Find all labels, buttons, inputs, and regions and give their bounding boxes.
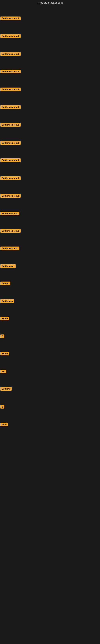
bottleneck-badge-11: Bottleneck result — [0, 194, 21, 198]
bottleneck-badge-14: Bottleneck resu — [0, 246, 19, 250]
bottleneck-badge-8: Bottleneck result — [0, 141, 21, 145]
bottleneck-badge-1: Bottleneck result — [0, 16, 21, 20]
bottleneck-badge-18: Bottle — [0, 317, 9, 320]
bottleneck-badge-3: Bottleneck result — [0, 52, 21, 56]
bottleneck-badge-7: Bottleneck result — [0, 123, 21, 126]
bottleneck-badge-19: B — [0, 334, 4, 338]
bottleneck-badge-2: Bottleneck result — [0, 34, 21, 38]
bottleneck-badge-6: Bottleneck result — [0, 105, 21, 109]
bottleneck-badge-12: Bottleneck resu — [0, 212, 19, 215]
bottleneck-badge-24: Bottl — [0, 422, 8, 426]
bottleneck-badge-23: B — [0, 405, 4, 408]
bottleneck-badge-17: Bottleneck — [0, 299, 14, 303]
badges-container: Bottleneck resultBottleneck resultBottle… — [0, 5, 100, 644]
bottleneck-badge-22: Bottlene — [0, 387, 12, 391]
bottleneck-badge-16: Bottlen — [0, 282, 10, 285]
bottleneck-badge-9: Bottleneck result — [0, 158, 21, 162]
bottleneck-badge-5: Bottleneck result — [0, 88, 21, 91]
site-title: TheBottlenecker.com — [0, 0, 100, 5]
bottleneck-badge-15: Bottleneck r — [0, 264, 16, 268]
bottleneck-badge-20: Bottle — [0, 352, 9, 356]
bottleneck-badge-13: Bottleneck result — [0, 229, 21, 233]
bottleneck-badge-4: Bottleneck result — [0, 70, 21, 73]
bottleneck-badge-10: Bottleneck result — [0, 176, 21, 180]
bottleneck-badge-21: Bot — [0, 370, 6, 373]
